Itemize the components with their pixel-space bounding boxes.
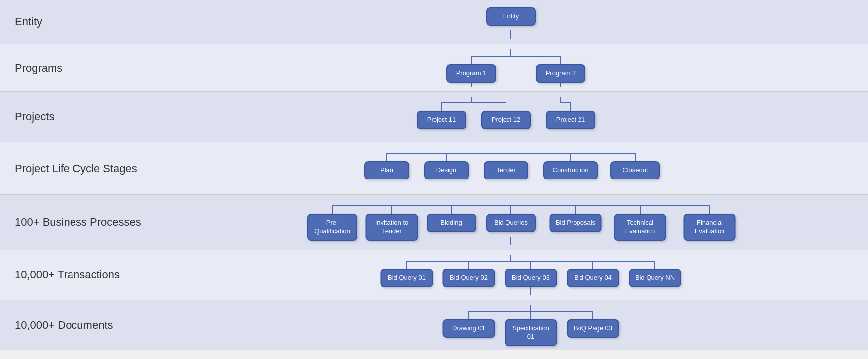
connector-programs bbox=[163, 49, 859, 87]
node-bidding[interactable]: Bidding bbox=[427, 214, 476, 232]
node-technical-evaluation[interactable]: Technical Evaluation bbox=[614, 214, 666, 241]
row-programs: Programs Program 1 bbox=[0, 44, 868, 92]
row-label-entity: Entity bbox=[0, 15, 154, 28]
node-prequalification[interactable]: Pre-Qualification bbox=[307, 214, 357, 241]
node-bid-query-nn[interactable]: Bid Query NN bbox=[629, 269, 681, 287]
row-processes: 100+ Business Processes bbox=[0, 195, 868, 250]
row-stages: Project Life Cycle Stages Plan bbox=[0, 142, 868, 195]
node-bid-query-01[interactable]: Bid Query 01 bbox=[381, 269, 433, 287]
node-project21[interactable]: Project 21 bbox=[546, 111, 595, 129]
node-drawing-01[interactable]: Drawing 01 bbox=[443, 319, 495, 338]
row-label-stages: Project Life Cycle Stages bbox=[0, 162, 154, 175]
row-label-transactions: 10,000+ Transactions bbox=[0, 269, 154, 281]
node-bid-query-02[interactable]: Bid Query 02 bbox=[443, 269, 495, 287]
node-plan[interactable]: Plan bbox=[364, 161, 409, 180]
node-bid-proposals[interactable]: Bid Proposals bbox=[550, 214, 602, 232]
row-content-stages: Plan Design Tender Construction Closeout bbox=[154, 147, 868, 189]
node-construction[interactable]: Construction bbox=[543, 161, 598, 180]
node-entity[interactable]: Entity bbox=[486, 7, 536, 26]
node-specification-01[interactable]: Specification 01 bbox=[505, 319, 557, 346]
node-invitation-to-tender[interactable]: Invitation to Tender bbox=[366, 214, 418, 241]
diagram-container: Entity Entity Programs bbox=[0, 0, 868, 350]
node-bid-query-04[interactable]: Bid Query 04 bbox=[567, 269, 619, 287]
node-closeout[interactable]: Closeout bbox=[610, 161, 660, 180]
node-financial-evaluation[interactable]: Financial Evaluation bbox=[684, 214, 736, 241]
node-design[interactable]: Design bbox=[424, 161, 469, 180]
node-program1[interactable]: Program 1 bbox=[446, 64, 496, 83]
node-boq-page-03[interactable]: BoQ Page 03 bbox=[567, 319, 619, 338]
node-bid-queries[interactable]: Bid Queries bbox=[486, 214, 536, 232]
row-entity: Entity Entity bbox=[0, 0, 868, 44]
row-content-transactions: Bid Query 01 Bid Query 02 Bid Query 03 B… bbox=[154, 255, 868, 295]
row-content-projects: Project 11 Project 12 Project 21 bbox=[154, 97, 868, 137]
row-content-programs: Program 1 Program 2 bbox=[154, 49, 868, 87]
row-content-entity: Entity bbox=[154, 5, 868, 39]
node-tender[interactable]: Tender bbox=[484, 161, 528, 180]
node-project11[interactable]: Project 11 bbox=[417, 111, 466, 129]
row-transactions: 10,000+ Transactions Bid Query 01 bbox=[0, 250, 868, 300]
row-content-documents: Drawing 01 Specification 01 BoQ Page 03 bbox=[154, 305, 868, 345]
row-documents: 10,000+ Documents Drawing 01 Specificati… bbox=[0, 300, 868, 350]
row-label-processes: 100+ Business Processes bbox=[0, 216, 154, 229]
node-project12[interactable]: Project 12 bbox=[481, 111, 531, 129]
row-content-processes: Pre-Qualification Invitation to Tender B… bbox=[154, 200, 868, 245]
node-bid-query-03[interactable]: Bid Query 03 bbox=[505, 269, 557, 287]
row-projects: Projects Project 11 bbox=[0, 92, 868, 142]
row-label-projects: Projects bbox=[0, 110, 154, 123]
row-label-documents: 10,000+ Documents bbox=[0, 319, 154, 332]
row-label-programs: Programs bbox=[0, 62, 154, 75]
node-program2[interactable]: Program 2 bbox=[536, 64, 585, 83]
